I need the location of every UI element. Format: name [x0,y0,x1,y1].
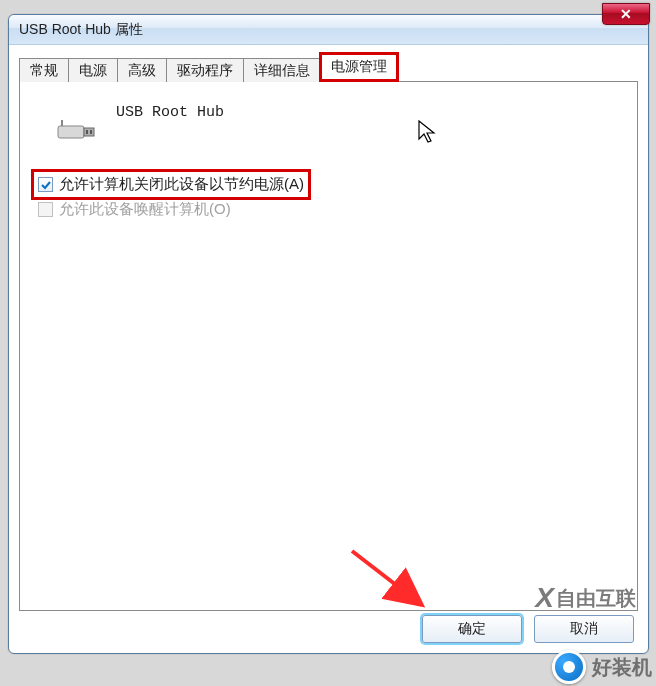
usb-hub-icon [56,112,98,144]
close-icon: ✕ [620,6,632,22]
tab-driver[interactable]: 驱动程序 [166,58,244,82]
cancel-button[interactable]: 取消 [534,615,634,643]
window-title: USB Root Hub 属性 [19,21,143,39]
checkbox-icon-unchecked [38,202,53,217]
svg-rect-1 [84,128,94,136]
checkbox-icon-checked [38,177,53,192]
properties-window: USB Root Hub 属性 ✕ 常规 电源 高级 驱动程序 详细信息 电源管… [8,14,649,654]
client-area: 常规 电源 高级 驱动程序 详细信息 电源管理 USB Root Hub [9,45,648,653]
power-options-group: 允许计算机关闭此设备以节约电源(A) 允许此设备唤醒计算机(O) [34,172,623,222]
tab-details[interactable]: 详细信息 [243,58,321,82]
checkbox-allow-wake: 允许此设备唤醒计算机(O) [34,197,235,222]
device-name-label: USB Root Hub [116,104,224,121]
svg-rect-0 [58,126,84,138]
svg-rect-3 [90,130,92,134]
titlebar[interactable]: USB Root Hub 属性 ✕ [9,15,648,45]
checkbox-allow-power-off-label: 允许计算机关闭此设备以节约电源(A) [59,175,304,194]
device-header: USB Root Hub [56,102,623,134]
watermark-text-2: 好装机 [592,654,652,681]
svg-rect-2 [86,130,88,134]
tab-power[interactable]: 电源 [68,58,118,82]
ok-button[interactable]: 确定 [422,615,522,643]
checkbox-allow-wake-label: 允许此设备唤醒计算机(O) [59,200,231,219]
tab-panel: USB Root Hub 允许计算机关闭此设备以节约电源(A) 允许此设备唤醒计… [19,81,638,611]
dialog-buttons: 确定 取消 [422,615,634,643]
watermark-circle-icon [552,650,586,684]
close-button[interactable]: ✕ [602,3,650,25]
tab-general[interactable]: 常规 [19,58,69,82]
tab-power-management[interactable]: 电源管理 [320,53,398,81]
watermark-haozhuangji: 好装机 [552,650,652,684]
tab-advanced[interactable]: 高级 [117,58,167,82]
tabstrip: 常规 电源 高级 驱动程序 详细信息 电源管理 [19,53,638,81]
checkbox-allow-power-off[interactable]: 允许计算机关闭此设备以节约电源(A) [34,172,308,197]
